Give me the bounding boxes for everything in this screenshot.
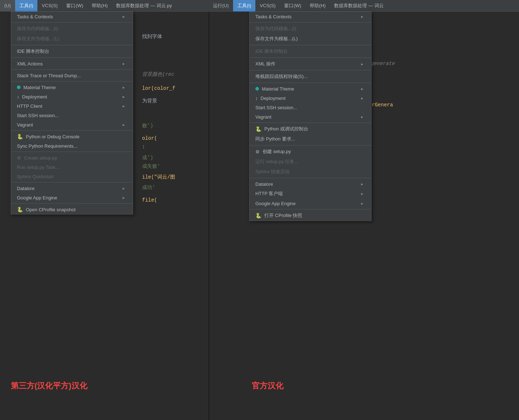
right-divider-9 xyxy=(250,209,371,209)
right-menu-gae-arrow: ► xyxy=(360,202,364,206)
right-divider-3 xyxy=(250,57,371,58)
right-menu-tasks[interactable]: Tasks & Contexts ► xyxy=(250,12,371,21)
left-menu-create-setup-label: Create setup.py xyxy=(24,155,57,161)
gear-icon-left-setup: ⚙ xyxy=(17,155,21,161)
right-dropdown-menu: Tasks & Contexts ► 保存为代码模板...(I) 保存文件为模板… xyxy=(249,11,372,221)
left-menu-tasks-label: Tasks & Contexts xyxy=(17,14,53,19)
left-menu-python-console[interactable]: 🐍 Python or Debug Console xyxy=(11,132,133,141)
left-menu-vagrant-label: Vagrant xyxy=(17,122,33,128)
left-menu-xml[interactable]: XML Actions ► xyxy=(11,59,133,68)
menu-item-help-left[interactable]: 帮助(H) xyxy=(87,0,112,11)
right-menu-material-arrow: ► xyxy=(360,87,364,91)
right-menu-cprofile[interactable]: 🐍 打开 CProfile 快照 xyxy=(250,211,371,221)
menu-item-window-left[interactable]: 窗口(W) xyxy=(62,0,87,11)
right-menu-ssh[interactable]: Start SSH session... xyxy=(250,103,371,112)
right-menu-xml-label: XML 操作 xyxy=(255,61,276,67)
left-menu-sync-label: Sync Python Requirements... xyxy=(17,143,77,149)
right-menu-stacktrace[interactable]: 堆栈跟踪或线程转储(S)... xyxy=(250,71,371,82)
right-menu-sync-python[interactable]: 同步 Python 要求... xyxy=(250,134,371,144)
code-area-right: 法必须在generate ageColorGenera 成功' file() xyxy=(351,22,519,215)
right-menu-datalore-label: Datalore xyxy=(255,181,273,187)
left-menu-datalore[interactable]: Datalore ► xyxy=(11,184,133,193)
right-menu-sync-label: 同步 Python 要求... xyxy=(255,136,295,142)
right-menu-tasks-arrow: ► xyxy=(360,15,364,19)
menu-item-window-right[interactable]: 窗口(W) xyxy=(280,0,305,11)
left-menu-tasks[interactable]: Tasks & Contexts ► xyxy=(11,12,133,21)
left-menu-cprofile[interactable]: 🐍 Open CProfile snapshot xyxy=(11,205,133,214)
window-title-left: 数据库数据处理 — 词云.py xyxy=(112,3,176,9)
right-menu-save-code-template[interactable]: 保存为代码模板...(I) xyxy=(250,24,371,34)
left-menu-xml-label: XML Actions xyxy=(17,61,43,66)
right-menu-save-file-template[interactable]: 保存文件为模板...(L) xyxy=(250,34,371,44)
left-menu-xml-arrow: ► xyxy=(122,62,126,66)
left-menu-ssh[interactable]: Start SSH session... xyxy=(11,111,133,120)
right-menu-deployment-arrow: ► xyxy=(360,96,364,100)
menu-bar-left: (U) 工具(I) VCS(S) 窗口(W) 帮助(H) 数据库数据处理 — 词… xyxy=(0,0,209,11)
right-menu-ide-label: IDE 脚本控制台 xyxy=(255,48,288,55)
right-menu-stacktrace-label: 堆栈跟踪或线程转储(S)... xyxy=(255,73,308,80)
left-menu-http-client[interactable]: HTTP Client ► xyxy=(11,101,133,111)
left-menu-run-setup[interactable]: Run setup.py Task... xyxy=(11,162,133,172)
python-icon-left-cprofile: 🐍 xyxy=(17,207,23,212)
right-menu-http-client[interactable]: HTTP 客户端 ► xyxy=(250,189,371,199)
menu-item-help-right[interactable]: 帮助(H) xyxy=(305,0,330,11)
left-menu-save-file-template[interactable]: 保存文件为模板...(L) xyxy=(11,34,133,44)
left-menu-gae-label: Google App Engine xyxy=(17,195,57,200)
right-menu-material-theme[interactable]: Material Theme ► xyxy=(250,84,371,93)
right-menu-python-console[interactable]: 🐍 Python 或调试控制台 xyxy=(250,124,371,134)
menu-item-run-right[interactable]: 运行(U) xyxy=(209,0,233,11)
left-divider-6 xyxy=(11,130,133,131)
bottom-label-left: 第三方(汉化平方)汉化 xyxy=(11,380,87,391)
material-theme-dot-left xyxy=(17,86,21,89)
right-menu-google-app-engine[interactable]: Google App Engine ► xyxy=(250,199,371,208)
left-divider-2 xyxy=(11,45,133,45)
left-menu-vagrant-arrow: ► xyxy=(122,123,126,127)
left-menu-material-label: Material Theme xyxy=(23,85,56,90)
gear-icon-right-setup: ⚙ xyxy=(255,149,260,154)
left-menu-create-setup[interactable]: ⚙ Create setup.py xyxy=(11,153,133,162)
right-menu-xml-arrow: ► xyxy=(360,62,364,66)
right-divider-2 xyxy=(250,45,371,45)
left-menu-deployment-label: Deployment xyxy=(22,94,47,100)
right-menu-datalore[interactable]: Datalore ► xyxy=(250,179,371,189)
right-divider-5 xyxy=(250,83,371,83)
left-menu-material-theme[interactable]: Material Theme ► xyxy=(11,83,133,92)
left-menu-tasks-arrow: ► xyxy=(122,15,126,19)
left-menu-stacktrace-label: Stack Trace or Thread Dump... xyxy=(17,73,81,78)
left-menu-deployment-arrow: ► xyxy=(122,95,126,99)
menu-item-tools-left[interactable]: 工具(I) xyxy=(15,0,37,11)
center-divider xyxy=(209,0,209,420)
bottom-label-right: 官方汉化 xyxy=(252,380,283,391)
material-theme-dot-right xyxy=(255,87,259,91)
right-menu-run-setup[interactable]: 运行 setup.py 任务... xyxy=(250,157,371,167)
left-menu-save-code-template[interactable]: 保存为代码模板...(I) xyxy=(11,24,133,34)
left-menu-google-app-engine[interactable]: Google App Engine ► xyxy=(11,193,133,202)
right-menu-tasks-label: Tasks & Contexts xyxy=(255,14,291,19)
left-menu-sphinx[interactable]: Sphinx Quickstart xyxy=(11,172,133,181)
right-menu-deployment[interactable]: ↕ Deployment ► xyxy=(250,93,371,103)
right-menu-vagrant[interactable]: Vagrant ► xyxy=(250,112,371,121)
menu-item-tools-right[interactable]: 工具(I) xyxy=(233,0,255,11)
menu-item-vcs-right[interactable]: VCS(S) xyxy=(255,0,280,11)
left-menu-ide-console[interactable]: IDE 脚本控制台 xyxy=(11,46,133,56)
right-menu-ssh-label: Start SSH session... xyxy=(255,105,297,110)
right-divider-1 xyxy=(250,22,371,23)
left-divider-9 xyxy=(11,203,133,204)
left-menu-sync-python[interactable]: Sync Python Requirements... xyxy=(11,141,133,151)
left-menu-save-file-label: 保存文件为模板...(L) xyxy=(17,36,59,42)
right-menu-ide-console[interactable]: IDE 脚本控制台 xyxy=(250,46,371,56)
left-menu-deployment[interactable]: ↕ Deployment ► xyxy=(11,92,133,101)
menu-item-vcs-left[interactable]: VCS(S) xyxy=(37,0,62,11)
right-menu-create-setup[interactable]: ⚙ 创建 setup.py xyxy=(250,147,371,157)
right-menu-xml[interactable]: XML 操作 ► xyxy=(250,59,371,69)
left-menu-ssh-label: Start SSH session... xyxy=(17,113,59,118)
python-icon-left-console: 🐍 xyxy=(17,134,23,139)
left-menu-cprofile-label: Open CProfile snapshot xyxy=(26,207,76,212)
left-menu-http-arrow: ► xyxy=(122,104,126,108)
right-menu-save-file-label: 保存文件为模板...(L) xyxy=(255,36,298,42)
left-menu-stacktrace[interactable]: Stack Trace or Thread Dump... xyxy=(11,71,133,80)
right-menu-gae-label: Google App Engine xyxy=(255,201,296,206)
left-menu-vagrant[interactable]: Vagrant ► xyxy=(11,120,133,129)
menu-item-u[interactable]: (U) xyxy=(0,0,15,11)
right-menu-sphinx[interactable]: Sphinx 快速启动 xyxy=(250,167,371,177)
